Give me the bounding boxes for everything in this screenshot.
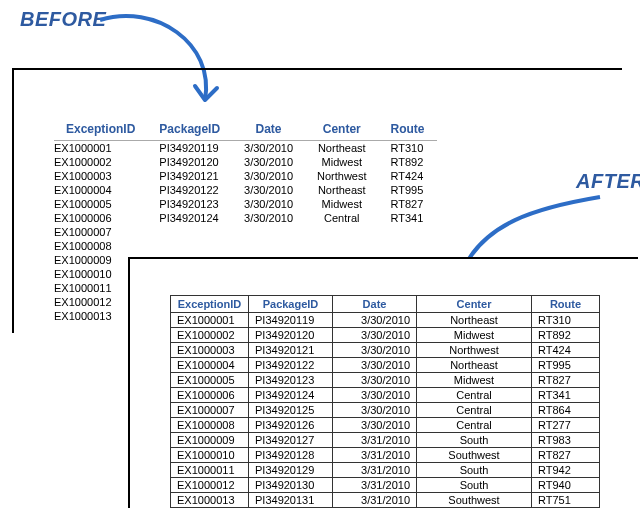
col-exception: ExceptionID: [171, 296, 249, 313]
table-row: EX1000008PI349201263/30/2010CentralRT277: [171, 418, 600, 433]
cell-package: [147, 239, 232, 253]
cell-center: Southwest: [417, 493, 532, 508]
cell-route: [379, 225, 437, 239]
cell-package: PI34920122: [147, 183, 232, 197]
cell-center: Midwest: [305, 197, 379, 211]
cell-date: 3/31/2010: [333, 478, 417, 493]
table-row: EX1000006PI349201243/30/2010CentralRT341: [171, 388, 600, 403]
cell-exception: EX1000004: [54, 183, 147, 197]
cell-package: PI34920120: [249, 328, 333, 343]
cell-exception: EX1000006: [171, 388, 249, 403]
cell-package: PI34920123: [249, 373, 333, 388]
cell-exception: EX1000005: [171, 373, 249, 388]
cell-exception: EX1000006: [54, 211, 147, 225]
cell-date: 3/30/2010: [232, 211, 305, 225]
cell-route: RT942: [532, 463, 600, 478]
table-row: EX1000009PI349201273/31/2010SouthRT983: [171, 433, 600, 448]
cell-package: [147, 225, 232, 239]
cell-center: Northeast: [417, 313, 532, 328]
cell-package: PI34920124: [249, 388, 333, 403]
table-row: EX1000012PI349201303/31/2010SouthRT940: [171, 478, 600, 493]
cell-package: PI34920129: [249, 463, 333, 478]
cell-center: Midwest: [305, 155, 379, 169]
table-row: EX1000010PI349201283/31/2010SouthwestRT8…: [171, 448, 600, 463]
cell-exception: EX1000003: [171, 343, 249, 358]
table-row: EX1000002PI349201203/30/2010MidwestRT892: [54, 155, 437, 169]
cell-route: RT827: [532, 448, 600, 463]
cell-package: PI34920126: [249, 418, 333, 433]
cell-center: Midwest: [417, 328, 532, 343]
cell-package: PI34920121: [147, 169, 232, 183]
cell-center: [305, 225, 379, 239]
cell-route: RT277: [532, 418, 600, 433]
cell-route: RT983: [532, 433, 600, 448]
cell-center: South: [417, 433, 532, 448]
cell-date: 3/30/2010: [333, 373, 417, 388]
cell-route: RT310: [532, 313, 600, 328]
cell-date: 3/31/2010: [333, 493, 417, 508]
cell-date: 3/30/2010: [333, 358, 417, 373]
table-row: EX1000004PI349201223/30/2010NortheastRT9…: [171, 358, 600, 373]
table-row: EX1000013PI349201313/31/2010SouthwestRT7…: [171, 493, 600, 508]
table-row: EX1000003PI349201213/30/2010NorthwestRT4…: [171, 343, 600, 358]
after-frame: ExceptionID PackageID Date Center Route …: [128, 257, 638, 508]
cell-date: [232, 225, 305, 239]
cell-center: [305, 239, 379, 253]
col-date: Date: [333, 296, 417, 313]
cell-center: South: [417, 478, 532, 493]
col-date: Date: [232, 120, 305, 141]
table-row: EX1000004PI349201223/30/2010NortheastRT9…: [54, 183, 437, 197]
cell-date: 3/30/2010: [333, 328, 417, 343]
cell-center: Northwest: [417, 343, 532, 358]
cell-route: RT864: [532, 403, 600, 418]
cell-package: PI34920127: [249, 433, 333, 448]
cell-date: [232, 239, 305, 253]
col-exception: ExceptionID: [54, 120, 147, 141]
cell-center: South: [417, 463, 532, 478]
cell-exception: EX1000008: [54, 239, 147, 253]
cell-exception: EX1000010: [171, 448, 249, 463]
cell-route: RT310: [379, 141, 437, 156]
cell-route: RT424: [379, 169, 437, 183]
cell-exception: EX1000008: [171, 418, 249, 433]
col-package: PackageID: [147, 120, 232, 141]
cell-date: 3/30/2010: [232, 183, 305, 197]
cell-center: Midwest: [417, 373, 532, 388]
cell-package: PI34920122: [249, 358, 333, 373]
col-center: Center: [305, 120, 379, 141]
cell-center: Southwest: [417, 448, 532, 463]
cell-date: 3/30/2010: [232, 197, 305, 211]
cell-exception: EX1000007: [171, 403, 249, 418]
col-center: Center: [417, 296, 532, 313]
cell-route: RT892: [379, 155, 437, 169]
table-row: EX1000006PI349201243/30/2010CentralRT341: [54, 211, 437, 225]
cell-route: [379, 239, 437, 253]
table-row: EX1000011PI349201293/31/2010SouthRT942: [171, 463, 600, 478]
cell-exception: EX1000004: [171, 358, 249, 373]
table-row: EX1000002PI349201203/30/2010MidwestRT892: [171, 328, 600, 343]
cell-route: RT995: [379, 183, 437, 197]
col-route: Route: [379, 120, 437, 141]
table-row: EX1000007PI349201253/30/2010CentralRT864: [171, 403, 600, 418]
cell-route: RT341: [379, 211, 437, 225]
cell-package: PI34920123: [147, 197, 232, 211]
cell-exception: EX1000001: [171, 313, 249, 328]
cell-exception: EX1000011: [171, 463, 249, 478]
col-package: PackageID: [249, 296, 333, 313]
cell-center: Central: [417, 403, 532, 418]
cell-exception: EX1000012: [171, 478, 249, 493]
cell-date: 3/30/2010: [333, 343, 417, 358]
cell-date: 3/31/2010: [333, 463, 417, 478]
cell-package: PI34920130: [249, 478, 333, 493]
table-row: EX1000003PI349201213/30/2010NorthwestRT4…: [54, 169, 437, 183]
table-row: EX1000007: [54, 225, 437, 239]
cell-route: RT995: [532, 358, 600, 373]
cell-center: Northeast: [305, 183, 379, 197]
cell-route: RT341: [532, 388, 600, 403]
cell-center: Northeast: [417, 358, 532, 373]
cell-route: RT827: [532, 373, 600, 388]
table-row: EX1000005PI349201233/30/2010MidwestRT827: [54, 197, 437, 211]
cell-date: 3/30/2010: [232, 141, 305, 156]
table-row: EX1000001PI349201193/30/2010NortheastRT3…: [171, 313, 600, 328]
table-row: EX1000008: [54, 239, 437, 253]
